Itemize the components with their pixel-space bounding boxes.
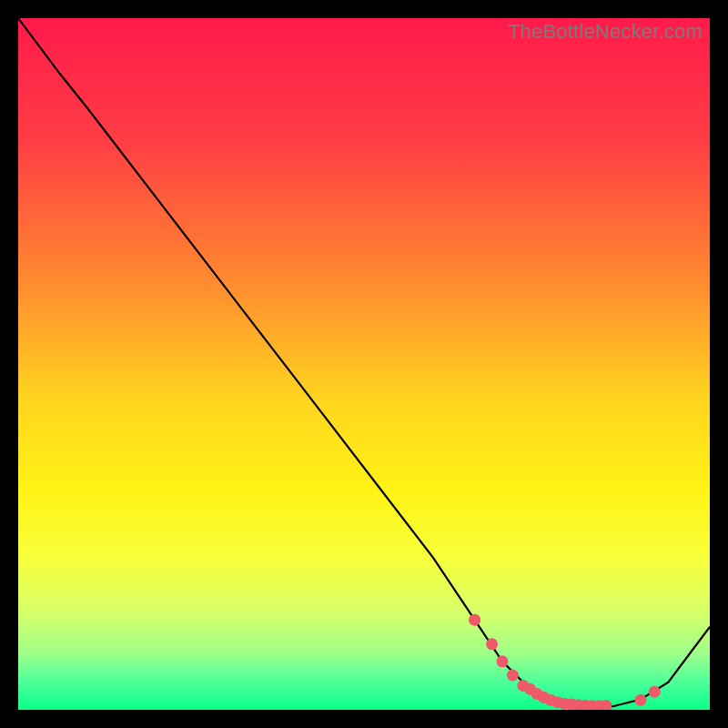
marker-point [635, 694, 647, 706]
chart-frame: TheBottleNecker.com [18, 18, 710, 710]
marker-point [649, 686, 661, 698]
marker-point [497, 655, 509, 667]
marker-point [507, 670, 519, 682]
marker-point [486, 638, 498, 650]
watermark-label: TheBottleNecker.com [508, 20, 703, 44]
chart-plot [18, 18, 710, 710]
gradient-background [18, 18, 710, 710]
marker-point [469, 614, 480, 626]
